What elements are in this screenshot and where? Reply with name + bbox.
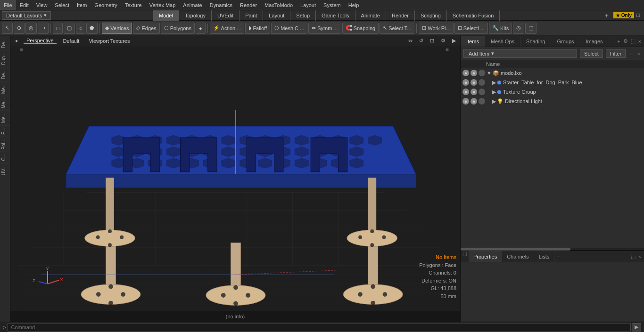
menu-dynamics[interactable]: Dynamics [206, 0, 236, 10]
menu-item[interactable]: Item [73, 0, 91, 10]
tree-row-starter-table[interactable]: ● ● ▶ ⬟ Starter_Table_for_Dog_Park_Blue [461, 78, 644, 87]
tool-pen[interactable]: ⊸ [38, 23, 49, 34]
work-plane-button[interactable]: ⊞ Work Pl... [419, 23, 453, 34]
viewport-toggle[interactable]: ● [13, 38, 20, 44]
sidebar-me2[interactable]: Me... [0, 96, 10, 110]
tool-rect[interactable]: □ [53, 23, 63, 34]
vp-refresh-icon[interactable]: ↺ [418, 37, 425, 44]
menu-render[interactable]: Render [236, 0, 261, 10]
tab-topology[interactable]: Topology [179, 10, 212, 21]
eye2-modo-lxo[interactable]: ● [471, 70, 477, 76]
items-scrollbar[interactable] [461, 248, 644, 251]
menu-geometry[interactable]: Geometry [91, 0, 121, 10]
menu-texture[interactable]: Texture [121, 0, 146, 10]
panel-expand-icon[interactable]: ⬚ [630, 37, 636, 45]
cmd-execute-button[interactable]: ▶ [632, 323, 641, 332]
tool-origin[interactable]: ⊕ [14, 23, 25, 34]
sidebar-me3[interactable]: Me... [0, 110, 10, 125]
menu-help[interactable]: Help [345, 0, 363, 10]
panel-tab-groups[interactable]: Groups [551, 36, 580, 47]
vp-play-icon[interactable]: ▶ [451, 37, 457, 44]
tab-model[interactable]: Model [153, 10, 179, 21]
arrow-dir-light[interactable]: ▶ [492, 98, 496, 105]
eye3-starter-table[interactable] [479, 79, 485, 86]
panel-settings-icon[interactable]: ⚙ [622, 37, 629, 45]
default-label[interactable]: Default [60, 38, 83, 44]
eye2-starter-table[interactable]: ● [471, 79, 477, 86]
add-tab-button[interactable]: + [602, 12, 611, 19]
sidebar-c[interactable]: C... [0, 151, 10, 163]
arrow-texture-group[interactable]: ▶ [492, 89, 496, 95]
tab-uvedit[interactable]: UVEdit [212, 10, 239, 21]
menu-edit[interactable]: Edit [16, 0, 33, 10]
eye-texture-group[interactable]: ● [462, 89, 469, 95]
items-select-button[interactable]: Select [580, 49, 603, 58]
tab-game-tools[interactable]: Game Tools [316, 10, 355, 21]
prop-resize-icon[interactable]: ⬚ [461, 251, 469, 262]
prop-tab-add[interactable]: + [554, 251, 563, 262]
sidebar-de2[interactable]: De... [0, 67, 10, 81]
menu-animate[interactable]: Animate [179, 0, 206, 10]
menu-maxtomode[interactable]: MaxToModo [261, 0, 297, 10]
tool-rounded[interactable]: ▢ [64, 23, 75, 34]
extra-btn1[interactable]: ◎ [513, 23, 524, 34]
tab-setup[interactable]: Setup [290, 10, 316, 21]
tab-paint[interactable]: Paint [239, 10, 263, 21]
panel-close-icon[interactable]: × [637, 38, 642, 45]
menu-select[interactable]: Select [51, 0, 73, 10]
vp-settings-icon[interactable]: ⚙ [439, 37, 447, 44]
eye3-texture-group[interactable] [479, 89, 485, 95]
sidebar-dup[interactable]: Dup... [0, 50, 10, 67]
sidebar-me[interactable]: Me... [0, 81, 10, 96]
panel-tab-images[interactable]: Images [580, 36, 609, 47]
kits-button[interactable]: 🔧 Kits [489, 23, 512, 34]
panel-tab-items[interactable]: Items [461, 36, 485, 47]
tab-layout[interactable]: Layout [263, 10, 290, 21]
mode-button[interactable]: ● [196, 23, 206, 34]
tree-row-dir-light[interactable]: ● ● ▶ 💡 Directional Light [461, 97, 644, 106]
eye-dir-light[interactable]: ● [462, 98, 469, 105]
sidebar-pol[interactable]: Pol... [0, 137, 10, 152]
selection-button[interactable]: ⊡ Selecti ... [454, 23, 488, 34]
eye-starter-table[interactable]: ● [462, 79, 469, 86]
eye2-dir-light[interactable]: ● [471, 98, 477, 105]
tool-poly[interactable]: ⬟ [86, 23, 98, 34]
tab-schematic-fusion[interactable]: Schematic Fusion [447, 10, 500, 21]
panel-tab-mesh-ops[interactable]: Mesh Ops [485, 36, 520, 47]
prop-close-icon[interactable]: × [637, 253, 642, 260]
action-button[interactable]: ⚡ Action ... [210, 23, 245, 34]
prop-tab-lists[interactable]: Lists [534, 251, 555, 262]
tab-scripting[interactable]: Scripting [415, 10, 447, 21]
eye3-dir-light[interactable] [479, 98, 485, 105]
tool-select[interactable]: ↖ [2, 23, 13, 34]
symmetry-button[interactable]: ⇔ Symm ... [308, 23, 341, 34]
menu-system[interactable]: System [320, 0, 345, 10]
eye-modo-lxo[interactable]: ● [462, 70, 469, 76]
vertices-button[interactable]: ◆ Vertices [102, 23, 132, 34]
menu-vertex-map[interactable]: Vertex Map [146, 0, 180, 10]
items-scroll-thumb[interactable] [461, 248, 570, 251]
eye2-texture-group[interactable]: ● [471, 89, 477, 95]
textures-label[interactable]: Viewport Textures [86, 38, 132, 44]
sidebar-e[interactable]: E... [0, 125, 10, 137]
polygons-button[interactable]: ⬡ Polygons [161, 23, 195, 34]
layout-dropdown[interactable]: Default Layouts ▾ [2, 11, 51, 20]
panel-tab-shading[interactable]: Shading [520, 36, 551, 47]
panel-add-icon[interactable]: + [616, 38, 621, 45]
items-more-icon[interactable]: ≡ [628, 51, 633, 57]
add-item-button[interactable]: Add Item ▾ [463, 49, 577, 58]
vp-resize-icon[interactable]: ⇔ [407, 37, 414, 44]
eye3-modo-lxo[interactable] [479, 70, 485, 76]
scene-canvas[interactable]: X Y Z No Items Polygons : Face Channels:… [10, 46, 460, 311]
command-input[interactable] [8, 323, 631, 332]
prop-expand-icon[interactable]: ⬚ [630, 252, 636, 260]
prop-tab-properties[interactable]: Properties [469, 251, 502, 262]
falloff-button[interactable]: ◗ Falloff [245, 23, 270, 34]
only-badge[interactable]: ★ Only [613, 12, 634, 18]
items-filter-button[interactable]: Filter [606, 49, 626, 58]
extra-btn2[interactable]: ⬚ [525, 23, 537, 34]
items-close-icon[interactable]: × [636, 51, 641, 57]
menu-file[interactable]: File [0, 0, 16, 10]
tool-circle2[interactable]: ○ [76, 23, 86, 34]
perspective-label[interactable]: Perspective [24, 38, 56, 44]
